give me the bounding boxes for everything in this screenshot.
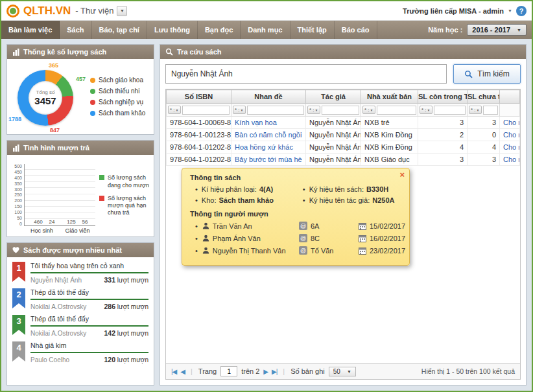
records-per-page-select[interactable]: 50 ▼ [329,367,356,376]
filter-operator[interactable]: * :▼ [233,106,246,114]
search-button[interactable]: Tìm kiếm [453,64,521,84]
filter-operator[interactable]: * :▼ [469,106,482,114]
table-row[interactable]: 978-604-1-01202-8 Bảy bước tới mùa hè Ng… [167,154,520,166]
borrow-date: 16/02/2017 [370,235,405,242]
book-title-link[interactable]: Hoa hồng xứ khác [235,143,293,151]
filter-operator[interactable]: * :▼ [307,106,320,114]
legend-dot [90,111,95,116]
lend-link[interactable]: Cho mượn [503,156,520,163]
close-icon[interactable]: × [399,170,405,179]
bar-chart-icon [12,144,19,152]
tooltip-field: Kho:Sách tham khảo [195,196,299,204]
donut-chart-wrap: Tổng số 3457 365 457 847 1788 [8,62,89,132]
tab-bao-tap-chi[interactable]: Báo, tạp chí [92,21,147,39]
tab-danh-muc[interactable]: Danh mục [241,21,290,39]
help-icon[interactable]: ? [516,6,527,16]
filter-operator[interactable]: * :▼ [362,106,375,114]
page-number-input[interactable] [220,366,237,376]
lend-link[interactable]: Cho mượn [503,131,520,139]
calendar-icon [359,235,366,242]
filter-operator[interactable]: * :▼ [420,106,432,114]
filter-input-title[interactable] [247,106,304,115]
filter-input-not-returned[interactable] [483,106,498,115]
tab-ban-doc[interactable]: Bạn đọc [198,21,241,39]
chevron-down-icon[interactable]: ▼ [508,8,512,13]
legend-swatch [99,196,104,201]
book-title-link[interactable]: Bàn có năm chỗ ngồi [235,131,302,139]
left-sidebar: Thống kê số lượng sách Tổng số 3457 365 … [6,44,154,386]
search-row: Tìm kiếm [165,64,521,84]
module-dropdown[interactable]: ▼ [117,6,127,16]
lend-link[interactable]: Cho mượn [503,143,520,151]
bar-chart-x-axis: Học sinh Giáo viên [24,227,95,234]
heart-icon [12,247,19,253]
rank-badge: 2 [12,288,25,308]
book-borrow-count: 142 lượt mượn [104,329,149,337]
borrow-date: 23/02/2017 [370,247,405,255]
search-icon [464,70,473,78]
module-name: - Thư viện [75,6,113,16]
main-nav: Bàn làm việc Sách Báo, tạp chí Lưu thông… [1,21,532,39]
next-page-button[interactable]: ▶ [263,368,268,375]
column-header-author[interactable]: Tác giả [306,90,361,104]
filter-input-publisher[interactable] [377,106,416,115]
person-icon [202,235,209,242]
panel-borrow-status: Tình hình mượn trả 500450400350300250200… [6,140,154,237]
prev-page-button[interactable]: ◀ [180,368,185,375]
borrower-row: Nguyễn Thị Thanh Vân @Tổ Văn 23/02/2017 [195,246,401,255]
page-total: trên 2 [241,367,259,375]
legend-item: Sách thiếu nhi [90,87,152,95]
class-icon: @ [299,222,307,230]
search-input[interactable] [165,64,447,84]
column-header-not-returned[interactable]: SL chưa trả [468,90,500,104]
person-icon [202,222,209,229]
chevron-down-icon: ▼ [477,108,480,112]
book-title-link[interactable]: Bảy bước tới mùa hè [235,156,302,163]
list-item: 3 Thép đã tôi thế đấy Nokilai A.Ostrovsk… [12,315,148,337]
book-author: Paulo Coelho [30,356,69,363]
donut-center: Tổng số 3457 [29,81,62,115]
panel-top-books: Sách được mượn nhiều nhất 1 Tôi thấy hoa… [6,242,154,386]
tab-luu-thong[interactable]: Lưu thông [147,21,198,39]
tooltip-borrowers-title: Thông tin người mượn [190,210,401,218]
panel-title: Thống kê số lượng sách [23,48,106,56]
column-header-publisher[interactable]: Nhà xuất bản [361,90,418,104]
borrowers-list: Trần Văn An @6A 15/02/2017 Phạm Ánh Vân … [195,222,401,255]
calendar-icon [359,222,366,230]
content-area: Thống kê số lượng sách Tổng số 3457 365 … [1,39,532,391]
column-header-title[interactable]: Nhan đề [231,90,306,104]
tab-sach[interactable]: Sách [60,21,91,39]
divider: | [283,367,285,375]
results-table: Số ISBN Nhan đề Tác giả Nhà xuất bản SL … [166,89,520,166]
column-header-isbn[interactable]: Số ISBN [167,90,231,104]
first-page-button[interactable]: |◀ [171,368,176,375]
tab-thiet-lap[interactable]: Thiết lập [290,21,335,39]
bar-chart-icon [12,49,19,56]
borrower-name: Phạm Ánh Vân [213,235,261,242]
tab-ban-lam-viec[interactable]: Bàn làm việc [1,21,60,39]
table-row[interactable]: 978-604-1-00069-8 Kính vạn hoa Nguyễn Nh… [167,117,520,129]
filter-input-author[interactable] [322,106,359,115]
cell-not-returned: 3 [468,117,500,129]
last-page-button[interactable]: ▶| [272,368,277,375]
table-row[interactable]: 978-604-1-00123-8 Bàn có năm chỗ ngồi Ng… [167,129,520,141]
tab-bao-cao[interactable]: Báo cáo [335,21,377,39]
bar-chart-plot-column: 460 24 125 56 Học sinh Giáo viên [24,156,95,235]
column-header-in-library[interactable]: SL còn trong TV [418,90,468,104]
school-year-select[interactable]: 2016 - 2017 ▼ [467,24,527,36]
chevron-down-icon: ▼ [120,8,124,13]
book-title-link[interactable]: Kính vạn hoa [235,119,277,126]
table-row[interactable]: 978-604-1-01202-8 Hoa hồng xứ khác Nguyễ… [167,141,520,154]
book-author: Nokilai A.Ostrovsky [30,303,86,310]
lend-link[interactable]: Cho mượn [503,119,520,126]
list-item: 4 Nhà giả kim Paulo Coelho120 lượt mượn [12,341,148,363]
filter-input-in-library[interactable] [434,106,466,115]
account-menu[interactable]: Trường liên cấp MISA - admin [403,7,504,15]
borrow-date: 15/02/2017 [370,222,405,230]
cell-publisher: NXB Giáo dục [361,154,418,166]
filter-input-isbn[interactable] [182,106,230,115]
cell-in-library: 4 [418,141,468,154]
table-header-row: Số ISBN Nhan đề Tác giả Nhà xuất bản SL … [167,90,520,104]
filter-operator[interactable]: * :▼ [168,106,181,114]
book-author: Nokilai A.Ostrovsky [30,330,86,337]
